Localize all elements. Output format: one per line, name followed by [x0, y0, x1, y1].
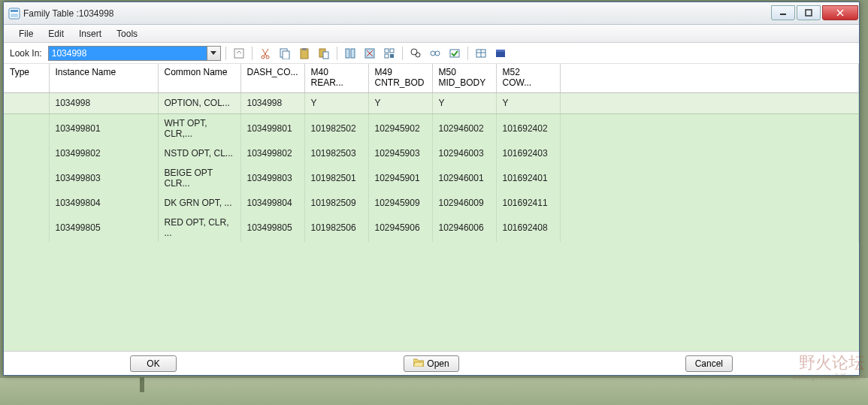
toolbar-separator: [252, 47, 253, 60]
open-button[interactable]: Open: [404, 355, 458, 372]
menu-edit[interactable]: Edit: [41, 26, 71, 41]
chevron-down-icon[interactable]: [207, 47, 220, 60]
cell-m50[interactable]: 102946006: [432, 213, 496, 242]
cell-instance[interactable]: 1034998: [49, 92, 158, 113]
table-row[interactable]: 1034998OPTION, COL...1034998YYYY: [4, 92, 859, 113]
svg-rect-32: [450, 50, 459, 57]
cell-m52[interactable]: 101692411: [496, 192, 560, 213]
minimize-button[interactable]: [771, 5, 795, 20]
cell-m52[interactable]: 101692408: [496, 213, 560, 242]
column-header-m40[interactable]: M40 REAR...: [304, 64, 368, 92]
table-row[interactable]: 103499801WHT OPT, CLR,...103499801101982…: [4, 113, 859, 143]
cell-instance[interactable]: 103499803: [49, 164, 158, 192]
cell-type[interactable]: [4, 192, 49, 213]
paste-icon[interactable]: [296, 45, 313, 62]
cell-common[interactable]: BEIGE OPT CLR...: [158, 164, 240, 192]
cell-m40[interactable]: 101982506: [304, 213, 368, 242]
cancel-button[interactable]: Cancel: [685, 355, 733, 372]
verify-icon[interactable]: [446, 45, 463, 62]
svg-point-11: [262, 56, 265, 59]
cell-m52[interactable]: Y: [496, 92, 560, 113]
cell-dash[interactable]: 1034998: [240, 92, 304, 113]
cell-m50[interactable]: 102946002: [432, 113, 496, 143]
cell-instance[interactable]: 103499802: [49, 143, 158, 164]
cell-m49[interactable]: 102945902: [368, 113, 432, 143]
cell-type[interactable]: [4, 164, 49, 192]
cell-m40[interactable]: 101982509: [304, 192, 368, 213]
cell-m40[interactable]: 101982502: [304, 113, 368, 143]
cell-m52[interactable]: 101692403: [496, 143, 560, 164]
cell-dash[interactable]: 103499802: [240, 143, 304, 164]
cell-m40[interactable]: Y: [304, 92, 368, 113]
delete-column-icon[interactable]: [361, 45, 378, 62]
svg-marker-7: [210, 51, 216, 55]
titlebar[interactable]: Family Table :1034998: [4, 2, 859, 25]
svg-rect-8: [234, 49, 243, 58]
column-header-common[interactable]: Common Name: [158, 64, 240, 92]
svg-rect-18: [323, 52, 328, 59]
cell-m40[interactable]: 101982501: [304, 164, 368, 192]
column-header-m50[interactable]: M50 MID_BODY: [432, 64, 496, 92]
lock-icon[interactable]: [492, 45, 509, 62]
svg-rect-20: [351, 49, 355, 58]
table-row[interactable]: 103499802NSTD OPT, CL...1034998021019825…: [4, 143, 859, 164]
table-row[interactable]: 103499804DK GRN OPT, ...1034998041019825…: [4, 192, 859, 213]
menu-file[interactable]: File: [11, 26, 41, 41]
cell-type[interactable]: [4, 143, 49, 164]
cell-m49[interactable]: 102945903: [368, 143, 432, 164]
column-header-m49[interactable]: M49 CNTR_BOD: [368, 64, 432, 92]
column-header-instance[interactable]: Instance Name: [49, 64, 158, 92]
cell-m49[interactable]: 102945909: [368, 192, 432, 213]
cell-instance[interactable]: 103499801: [49, 113, 158, 143]
cell-dash[interactable]: 103499801: [240, 113, 304, 143]
folder-open-icon: [413, 358, 424, 369]
lookin-combobox[interactable]: 1034998: [48, 46, 221, 61]
cell-instance[interactable]: 103499804: [49, 192, 158, 213]
column-header-m52[interactable]: M52 COW...: [496, 64, 560, 92]
open-instance-icon[interactable]: [231, 45, 247, 62]
ok-button[interactable]: OK: [130, 355, 177, 372]
cell-m52[interactable]: 101692402: [496, 113, 560, 143]
table-row[interactable]: 103499805RED OPT, CLR, ...10349980510198…: [4, 213, 859, 242]
cell-type[interactable]: [4, 113, 49, 143]
table-icon[interactable]: [473, 45, 489, 62]
cell-m50[interactable]: 102946009: [432, 192, 496, 213]
close-button[interactable]: [822, 5, 858, 20]
column-header-blank: [560, 64, 858, 92]
column-header-type[interactable]: Type: [4, 64, 49, 92]
lookin-value[interactable]: 1034998: [49, 47, 207, 60]
menu-tools[interactable]: Tools: [109, 26, 145, 41]
cell-common[interactable]: OPTION, COL...: [158, 92, 240, 113]
cell-type[interactable]: [4, 213, 49, 242]
paste-special-icon[interactable]: [316, 45, 332, 62]
cell-m49[interactable]: 102945901: [368, 164, 432, 192]
cell-blank: [560, 213, 858, 242]
add-column-icon[interactable]: [342, 45, 358, 62]
cell-m52[interactable]: 101692401: [496, 164, 560, 192]
family-table[interactable]: TypeInstance NameCommon NameDASH_CO...M4…: [4, 64, 859, 351]
cell-common[interactable]: NSTD OPT, CL...: [158, 143, 240, 164]
copy-icon[interactable]: [277, 45, 293, 62]
cell-m49[interactable]: Y: [368, 92, 432, 113]
patternize-icon[interactable]: [381, 45, 398, 62]
cell-m50[interactable]: 102946003: [432, 143, 496, 164]
cell-type[interactable]: [4, 92, 49, 113]
cell-common[interactable]: RED OPT, CLR, ...: [158, 213, 240, 242]
cell-m50[interactable]: 102946001: [432, 164, 496, 192]
cell-dash[interactable]: 103499803: [240, 164, 304, 192]
cell-dash[interactable]: 103499805: [240, 213, 304, 242]
cell-common[interactable]: DK GRN OPT, ...: [158, 192, 240, 213]
cell-common[interactable]: WHT OPT, CLR,...: [158, 113, 240, 143]
cell-instance[interactable]: 103499805: [49, 213, 158, 242]
cut-icon[interactable]: [257, 45, 274, 62]
cell-m40[interactable]: 101982503: [304, 143, 368, 164]
find-icon[interactable]: [407, 45, 424, 62]
maximize-button[interactable]: [797, 5, 821, 20]
menu-insert[interactable]: Insert: [71, 26, 109, 41]
cell-dash[interactable]: 103499804: [240, 192, 304, 213]
cell-m50[interactable]: Y: [432, 92, 496, 113]
preview-icon[interactable]: [427, 45, 443, 62]
table-row[interactable]: 103499803BEIGE OPT CLR...103499803101982…: [4, 164, 859, 192]
cell-m49[interactable]: 102945906: [368, 213, 432, 242]
column-header-dash[interactable]: DASH_CO...: [240, 64, 304, 92]
